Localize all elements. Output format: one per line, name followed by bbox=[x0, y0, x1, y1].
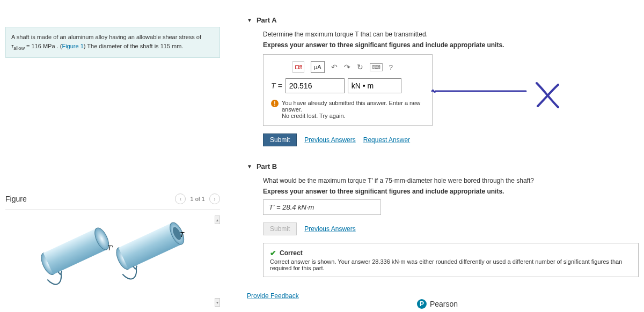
figure-scroll-up[interactable]: ▴ bbox=[215, 216, 220, 224]
divider bbox=[5, 210, 220, 210]
templates-button[interactable] bbox=[292, 61, 304, 73]
part-a-instruction-2: Express your answer to three significant… bbox=[263, 41, 639, 49]
part-a-request-answer-link[interactable]: Request Answer bbox=[363, 136, 410, 144]
part-b-instruction-2: Express your answer to three significant… bbox=[263, 188, 639, 195]
caret-down-icon: ▼ bbox=[247, 164, 252, 169]
part-a-title: Part A bbox=[257, 16, 277, 24]
redo-icon[interactable]: ↷ bbox=[344, 63, 350, 71]
correct-message: Correct answer is shown. Your answer 28.… bbox=[270, 258, 632, 271]
part-b-title: Part B bbox=[257, 162, 277, 170]
answer-unit-input[interactable] bbox=[348, 78, 401, 93]
warning-icon: ! bbox=[271, 100, 279, 107]
t-equals-label: T = bbox=[271, 81, 282, 90]
units-button[interactable]: μA bbox=[311, 61, 325, 73]
figure-link[interactable]: Figure 1 bbox=[62, 43, 83, 49]
problem-mid: . ( bbox=[57, 43, 62, 49]
figure-title: Figure bbox=[5, 195, 27, 203]
correct-feedback-box: ✔ Correct Correct answer is shown. Your … bbox=[263, 243, 639, 277]
pager-prev-button[interactable]: ‹ bbox=[175, 194, 186, 204]
part-a-instruction-1: Determine the maximum torque T that can … bbox=[263, 31, 639, 38]
tau-value: 116 MPa bbox=[32, 43, 55, 49]
check-icon: ✔ bbox=[270, 249, 276, 257]
pager-next-button[interactable]: › bbox=[209, 194, 220, 204]
answer-value-input[interactable] bbox=[286, 78, 345, 93]
part-b-submit-button: Submit bbox=[263, 222, 297, 235]
label-tprime: T′ bbox=[107, 244, 113, 252]
problem-suffix: ) The diameter of the shaft is 115 mm. bbox=[84, 43, 184, 49]
part-b-answer-display: T′ = 28.4 kN·m bbox=[263, 199, 381, 215]
part-a-previous-answers-link[interactable]: Previous Answers bbox=[304, 136, 355, 144]
figure-pager: ‹ 1 of 1 › bbox=[175, 194, 220, 204]
part-b-instruction-1: What would be the maximum torque T′ if a… bbox=[263, 177, 639, 184]
part-a-submit-button[interactable]: Submit bbox=[263, 133, 297, 146]
part-b-previous-answers-link[interactable]: Previous Answers bbox=[304, 225, 355, 233]
label-t: T bbox=[180, 231, 185, 239]
help-icon[interactable]: ? bbox=[389, 63, 393, 71]
eq-sign: = bbox=[26, 43, 31, 49]
reset-icon[interactable]: ↻ bbox=[357, 63, 363, 71]
caret-down-icon: ▼ bbox=[247, 17, 252, 23]
pager-text: 1 of 1 bbox=[190, 196, 205, 202]
provide-feedback-link[interactable]: Provide Feedback bbox=[247, 292, 299, 300]
undo-icon[interactable]: ↶ bbox=[331, 63, 338, 71]
part-b-header[interactable]: ▼ Part B bbox=[247, 152, 639, 177]
pearson-label: Pearson bbox=[430, 300, 458, 308]
problem-text: A shaft is made of an aluminum alloy hav… bbox=[11, 34, 201, 40]
tau-sub: allow bbox=[13, 46, 25, 51]
figure-scroll-down[interactable]: ▾ bbox=[215, 298, 220, 307]
shaft-figure: T′ T bbox=[32, 216, 193, 296]
correct-label: Correct bbox=[280, 249, 303, 257]
feedback-text: You have already submitted this answer. … bbox=[282, 100, 425, 119]
part-a-answer-box: μA ↶ ↷ ↻ ⌨ ? T = ! You have already subm… bbox=[263, 54, 433, 126]
pearson-branding: P Pearson bbox=[417, 299, 458, 309]
pearson-logo-icon: P bbox=[417, 299, 427, 309]
problem-statement: A shaft is made of an aluminum alloy hav… bbox=[5, 27, 220, 58]
keyboard-icon[interactable]: ⌨ bbox=[370, 63, 383, 71]
part-a-header[interactable]: ▼ Part A bbox=[247, 5, 639, 31]
